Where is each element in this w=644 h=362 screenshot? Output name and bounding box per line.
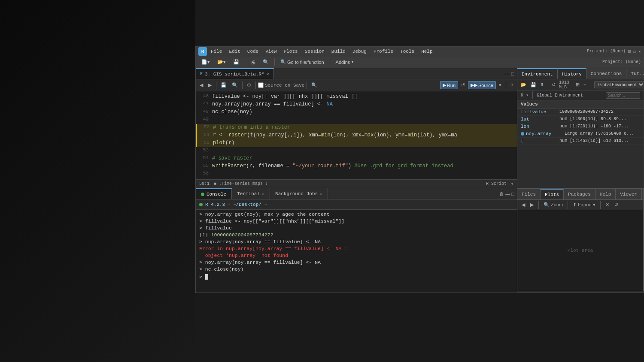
- right-tab-history[interactable]: History: [558, 68, 586, 79]
- env-row-noy-array[interactable]: noy.array Large array (376358400 e...: [517, 130, 644, 138]
- find-replace-btn[interactable]: 🔍: [230, 81, 240, 89]
- menu-help[interactable]: Help: [418, 48, 435, 54]
- source-on-save-label[interactable]: Source on Save: [258, 82, 304, 88]
- env-search[interactable]: [606, 92, 640, 99]
- console-active-prompt[interactable]: >: [199, 274, 513, 280]
- presenter-background: [0, 0, 195, 362]
- env-row-t[interactable]: t num [1:1452(1d)] 612 613...: [517, 138, 644, 145]
- console-clear[interactable]: 🗑: [499, 191, 504, 196]
- editor-minimize[interactable]: —: [504, 71, 510, 77]
- import-btn[interactable]: 📂: [519, 81, 528, 88]
- files-tab-viewer[interactable]: Viewer: [616, 189, 642, 199]
- source-dropdown[interactable]: ▾: [497, 81, 504, 89]
- print-btn[interactable]: 🖨: [248, 58, 258, 66]
- back-btn[interactable]: ◀: [197, 81, 205, 89]
- editor-pane: R 3. GIS script_Beta.R* ✕ — □ ◀ ▶ 💾 🔍 ⚙: [196, 68, 517, 188]
- open-file-btn[interactable]: 📂▾: [214, 58, 229, 66]
- menu-plots[interactable]: Plots: [281, 48, 301, 54]
- env-row-fillvalue[interactable]: fillvalue 100000002004087734272: [517, 109, 644, 116]
- code-area[interactable]: 46 fillvalue <- noy[[ var ]][[ nhx ]][[ …: [196, 91, 517, 179]
- menu-session[interactable]: Session: [302, 48, 328, 54]
- list-view-btn[interactable]: ≡: [582, 82, 587, 88]
- r-logo: R: [198, 47, 207, 56]
- files-tab-files[interactable]: Files: [517, 189, 541, 199]
- menu-edit[interactable]: Edit: [226, 48, 243, 54]
- console-tab-bar: Console Terminal ✕ Background Jobs ✕ 🗑 —…: [196, 188, 517, 199]
- code-line-57: 57 #------------------#: [196, 178, 517, 179]
- editor-tab-bar: R 3. GIS script_Beta.R* ✕ — □: [196, 68, 517, 79]
- rerun-btn[interactable]: ↺: [459, 81, 467, 89]
- line-content-46: fillvalue <- noy[[ var ]][[ nhx ]][[ mis…: [212, 93, 357, 101]
- save-env-btn[interactable]: 💾: [529, 81, 538, 88]
- tutorial-tab-label: Tut...: [631, 71, 644, 76]
- refresh-env-btn[interactable]: ↺: [550, 81, 557, 88]
- run-btn[interactable]: ▶ Run: [440, 81, 458, 89]
- menu-tools[interactable]: Tools: [397, 48, 417, 54]
- code-tools-btn[interactable]: ⚙: [245, 81, 253, 89]
- console-tab-background-jobs[interactable]: Background Jobs ✕: [270, 188, 328, 199]
- r-active-dot: [199, 203, 203, 206]
- env-row-lon[interactable]: lon num [1:720(1d)] -180 -17...: [517, 123, 644, 130]
- menu-debug[interactable]: Debug: [349, 48, 370, 54]
- r-version-label: R 4.2.3: [205, 202, 225, 207]
- editor-toolbar: ◀ ▶ 💾 🔍 ⚙ Source on Save 🔍 ▶ Run ↺: [196, 79, 517, 91]
- env-row-lat[interactable]: lat num [1:360(1d)] 89.8 89...: [517, 116, 644, 123]
- maximize-btn[interactable]: ⊟ ☐ ✕: [628, 49, 641, 54]
- history-tab-label: History: [562, 72, 582, 77]
- env-selector[interactable]: Global Environment: [594, 81, 644, 88]
- terminal-close[interactable]: ✕: [262, 191, 264, 196]
- source-btn[interactable]: ▶▶ Source: [468, 81, 496, 89]
- zoom-btn[interactable]: 🔍 Zoom: [542, 202, 565, 208]
- editor-tab-close[interactable]: ✕: [267, 72, 269, 77]
- right-tab-environment[interactable]: Environment: [517, 68, 558, 79]
- code-line-53: 53: [196, 147, 517, 155]
- export-btn[interactable]: ⬆ Export ▾: [571, 202, 597, 208]
- console-minimize[interactable]: —: [505, 191, 510, 196]
- console-maximize[interactable]: □: [511, 191, 514, 196]
- env-name-noy-array: noy.array: [526, 131, 565, 136]
- editor-tab-active[interactable]: R 3. GIS script_Beta.R* ✕: [196, 68, 274, 79]
- line-num-54: 54: [196, 155, 212, 163]
- menu-build[interactable]: Build: [328, 48, 349, 54]
- save-btn[interactable]: 💾: [230, 58, 242, 66]
- change-dir-btn[interactable]: →: [264, 202, 267, 207]
- console-panel: Console Terminal ✕ Background Jobs ✕ 🗑 —…: [196, 188, 517, 293]
- files-tab-help[interactable]: Help: [595, 189, 616, 199]
- new-file-btn[interactable]: 📄▾: [198, 58, 213, 66]
- save-script-btn[interactable]: 💾: [219, 81, 229, 89]
- menu-code[interactable]: Code: [244, 48, 261, 54]
- load-env-btn[interactable]: ⬆: [539, 81, 545, 88]
- clear-plots-btn[interactable]: ✕: [604, 202, 611, 208]
- files-tab-packages[interactable]: Packages: [564, 189, 595, 199]
- addins-btn[interactable]: Addins: [333, 58, 357, 66]
- right-env-toolbar: 📂 💾 ⬆ ↺ 1013 MiB ⊞ ≡ Global Environment …: [517, 79, 644, 90]
- terminal-label: Terminal: [237, 191, 260, 196]
- right-tab-connections[interactable]: Connections: [586, 68, 627, 79]
- forward-btn[interactable]: ▶: [206, 81, 214, 89]
- files-tab-plots[interactable]: Plots: [541, 189, 564, 199]
- env-value-fillvalue: 100000002004087734272: [559, 109, 614, 114]
- source-on-save-checkbox[interactable]: [258, 82, 264, 88]
- go-to-file-btn[interactable]: 🔍 Go to file/function: [277, 58, 327, 66]
- refresh-plots-btn[interactable]: ↺: [613, 202, 620, 208]
- script-type-dropdown[interactable]: ▾: [511, 181, 513, 187]
- console-active-dot: [201, 193, 204, 196]
- grid-view-btn[interactable]: ⊞: [574, 81, 581, 88]
- code-line-52: 52 plot(r): [196, 139, 517, 147]
- console-tab-console[interactable]: Console: [196, 188, 232, 199]
- line-num-52: 52: [197, 139, 213, 147]
- plots-forward-btn[interactable]: ▶: [529, 202, 535, 208]
- find-btn[interactable]: 🔍: [260, 58, 272, 66]
- plots-back-btn[interactable]: ◀: [520, 202, 527, 208]
- console-tab-terminal[interactable]: Terminal ✕: [232, 188, 270, 199]
- menu-file[interactable]: File: [208, 48, 225, 54]
- bg-jobs-close[interactable]: ✕: [320, 191, 322, 196]
- help-btn[interactable]: ?: [508, 82, 515, 89]
- search-btn[interactable]: 🔍: [309, 81, 319, 89]
- editor-maximize[interactable]: □: [511, 71, 514, 77]
- console-content[interactable]: > noy.array_get(noy); max y agee the con…: [196, 210, 517, 293]
- menu-view[interactable]: View: [262, 48, 279, 54]
- right-tab-tutorial[interactable]: Tut...: [626, 68, 644, 79]
- code-line-46: 46 fillvalue <- noy[[ var ]][[ nhx ]][[ …: [196, 93, 517, 101]
- menu-profile[interactable]: Profile: [371, 48, 396, 54]
